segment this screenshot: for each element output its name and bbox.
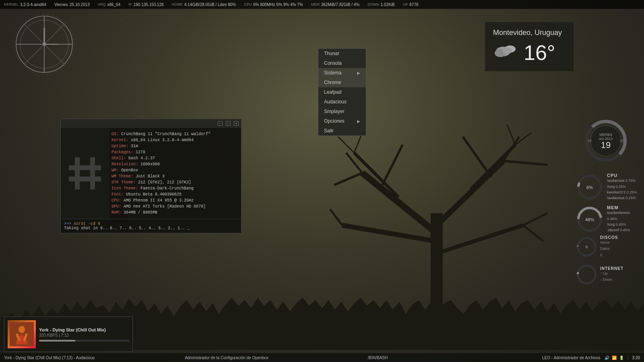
menu-item-salir[interactable]: Salir — [318, 126, 366, 136]
internet-info: INTERNET ↑ Up ↓ Down — [600, 266, 623, 283]
svg-line-11 — [503, 161, 547, 165]
cpu-gauge-row: 6% CPU /audacious 0.76% Xorg 0.25% kwork… — [576, 173, 640, 201]
internet-ring-area: INTERNET ↑ Up ↓ Down — [576, 263, 640, 286]
svg-text:6%: 6% — [586, 185, 593, 190]
svg-point-41 — [502, 47, 512, 54]
discos-widget: 0 DISCOS Home Datos 0 — [576, 235, 640, 258]
calendar-widget: 25 20 viernes oct 2013 19 — [580, 119, 632, 163]
terminal-body: OS: CrunchBang 11 "CrunchBang 11 waldorf… — [61, 128, 241, 219]
menu-item-chrome[interactable]: Chrome — [318, 78, 366, 87]
taskbar-files[interactable]: LEO - Administrador de Archivos — [453, 356, 604, 360]
menu-item-opciones[interactable]: Opciones ▶ — [318, 116, 366, 126]
volume-icon[interactable]: 🔊 — [605, 356, 609, 360]
terminal-minimize-btn[interactable]: ─ — [218, 121, 223, 126]
audacious-player: York - Dying Star (Chill Out Mix) 320 KB… — [4, 317, 133, 352]
svg-text:20: 20 — [620, 139, 624, 143]
menu-item-leafpad[interactable]: Leafpad — [318, 87, 366, 97]
mem-processes: /usr/bin/termin 0.48% Xorg 0.45% .obconf… — [607, 210, 640, 233]
svg-text:48%: 48% — [585, 217, 594, 222]
cpu-info-panel: CPU /audacious 0.76% Xorg 0.25% kworker/… — [607, 173, 637, 201]
track-progress-bar[interactable] — [39, 340, 129, 341]
ip-info: IP 190.135.153.126 — [128, 2, 164, 7]
top-status-bar: Kernel 3.2.0-4-amd64 Viernes 25.10.2013 … — [0, 0, 644, 9]
svg-rect-37 — [69, 177, 101, 181]
mem-gauge-row: 48% MEM /usr/bin/termin 0.48% Xorg 0.45%… — [576, 205, 640, 233]
svg-rect-36 — [69, 165, 101, 170]
terminal-maximize-btn[interactable]: □ — [226, 121, 231, 126]
track-progress-fill — [39, 340, 75, 341]
weather-temperature: 16° — [524, 41, 555, 65]
terminal-close-btn[interactable]: ✕ — [234, 121, 239, 126]
svg-line-18 — [523, 213, 547, 225]
taskbar: York - Dying Star (Chill Out Mix) (7:13)… — [0, 353, 644, 362]
svg-text:0: 0 — [586, 245, 588, 249]
mem-info: Mem 362MiB/7.82GiB / 4% — [311, 2, 360, 7]
tree-silhouette — [322, 113, 564, 314]
svg-line-10 — [463, 137, 491, 177]
internet-down: ↓ Down — [600, 277, 623, 283]
calendar-ring: 25 20 viernes oct 2013 19 — [584, 119, 628, 163]
kernel-info: Kernel 3.2.0-4-amd64 — [4, 2, 46, 7]
svg-line-2 — [437, 161, 503, 225]
svg-line-4 — [437, 225, 523, 253]
mem-gauge-ring: 48% — [576, 205, 604, 233]
internet-widget: INTERNET ↑ Up ↓ Down — [576, 263, 640, 286]
terminal-logo — [61, 128, 109, 219]
taskbar-system-icons: 🔊 📶 🔋 — [605, 356, 628, 360]
taskbar-terminal[interactable]: /BIN/BASH — [302, 356, 453, 360]
terminal-window: ─ □ ✕ OS: CrunchBang 11 "CrunchBang 11 w… — [60, 119, 242, 233]
svg-line-13 — [338, 137, 354, 153]
terminal-output: Taking shot in 9.. 8.. 7.. 6.. 5.. 4.. 3… — [64, 226, 238, 230]
terminal-sysinfo: OS: CrunchBang 11 "CrunchBang 11 waldorf… — [109, 128, 241, 219]
date-info: Viernes 25.10.2013 — [54, 2, 90, 7]
terminal-command[interactable]: >>> scrot -cd 9 Taking shot in 9.. 8.. 7… — [61, 219, 241, 233]
track-title: York - Dying Star (Chill Out Mix) — [39, 327, 129, 333]
taskbar-clock: 3:20 — [628, 356, 644, 360]
weather-city: Montevideo, Uruguay — [493, 29, 566, 37]
svg-line-1 — [362, 173, 437, 233]
internet-up: ↑ Up — [600, 271, 623, 277]
svg-point-59 — [19, 326, 25, 333]
track-info: York - Dying Star (Chill Out Mix) 320 KB… — [39, 327, 129, 341]
svg-line-12 — [503, 137, 519, 161]
svg-rect-35 — [90, 157, 95, 189]
menu-item-audacious[interactable]: Audacious — [318, 97, 366, 107]
discos-ring-area: 0 DISCOS Home Datos 0 — [576, 235, 640, 258]
svg-line-19 — [523, 225, 543, 241]
cpu-info: CPU 6% 800MHz 6% 9% 4% 7% — [244, 2, 303, 7]
svg-line-16 — [507, 125, 515, 145]
menu-item-thunar[interactable]: Thunar — [318, 49, 366, 58]
cpu-processes: /audacious 0.76% Xorg 0.25% kworker/2:2 … — [607, 178, 637, 201]
svg-line-6 — [382, 145, 402, 185]
up-info: Up 6778 — [403, 2, 419, 7]
album-art-image — [8, 320, 36, 348]
discos-datos: Datos — [600, 246, 618, 252]
arch-info: Arq x86_64 — [98, 2, 120, 7]
svg-line-8 — [346, 153, 362, 173]
network-icon[interactable]: 📶 — [612, 356, 617, 360]
taskbar-openbox[interactable]: Administrador de la Configuración de Ope… — [151, 356, 302, 360]
battery-icon: 🔋 — [619, 356, 624, 360]
cpu-gauge-ring: 6% — [576, 173, 604, 201]
menu-item-consola[interactable]: Consola — [318, 58, 366, 68]
svg-rect-34 — [75, 157, 80, 189]
menu-item-smplayer[interactable]: Smplayer — [318, 107, 366, 116]
svg-point-56 — [578, 266, 596, 284]
track-meta: 320 KBPS | 7:13 — [39, 333, 129, 337]
svg-line-7 — [334, 173, 362, 185]
album-art — [8, 320, 36, 348]
cpu-gauge-widget: 6% CPU /audacious 0.76% Xorg 0.25% kwork… — [576, 173, 640, 204]
mem-info-panel: MEM /usr/bin/termin 0.48% Xorg 0.45% .ob… — [607, 205, 640, 233]
weather-widget: Montevideo, Uruguay 16° — [485, 22, 574, 71]
clock-logo — [12, 12, 76, 76]
calendar-date-display: viernes oct 2013 19 — [599, 132, 613, 150]
context-menu: Thunar Consola Sistema ▶ Chrome Leafpad … — [318, 48, 366, 136]
menu-item-sistema[interactable]: Sistema ▶ — [318, 68, 366, 78]
home-info: Home 4.14GiB/28.0GiB / Libre 80% — [172, 2, 236, 7]
taskbar-audacious[interactable]: York - Dying Star (Chill Out Mix) (7:13)… — [0, 356, 151, 360]
svg-text:25: 25 — [588, 139, 592, 143]
terminal-titlebar: ─ □ ✕ — [61, 119, 241, 128]
discos-home: Home — [600, 240, 618, 246]
weather-icon — [493, 40, 517, 65]
down-info: Down 1.02KiB — [367, 2, 395, 7]
